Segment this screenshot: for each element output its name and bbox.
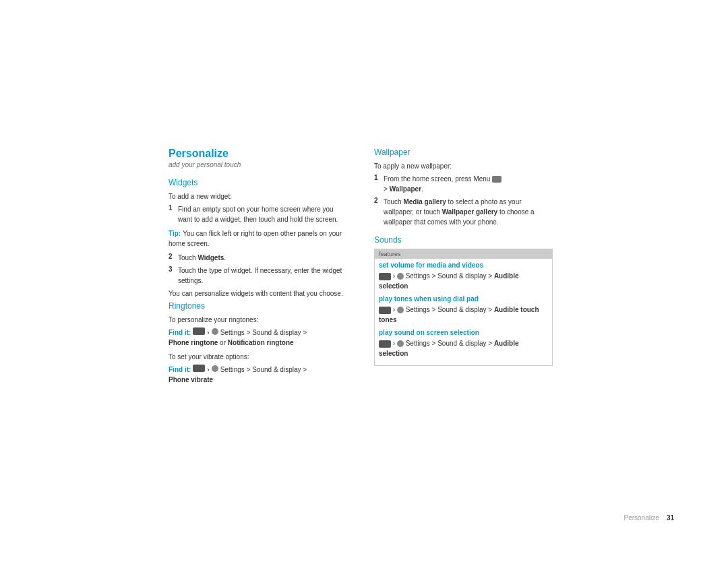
sounds-instruction-3: › Settings > Sound & display > Audible s… <box>379 338 548 358</box>
vibrate-option: Phone vibrate <box>169 375 347 385</box>
footer-page: 31 <box>667 514 674 522</box>
phone-icon-sounds-2 <box>379 307 391 314</box>
gear-icon-sounds-1 <box>397 273 404 280</box>
menu-icon <box>492 176 502 183</box>
step-number-1: 1 <box>169 204 175 224</box>
section-ringtones: Ringtones To personalize your ringtones:… <box>169 301 347 385</box>
ringtones-title: Ringtones <box>169 301 347 311</box>
sounds-item-2: play tones when using dial pad › Setting… <box>379 295 548 325</box>
page-subtitle: add your personal touch <box>169 161 347 168</box>
gear-icon-sounds-3 <box>397 340 404 347</box>
arrow-1: › <box>207 329 209 336</box>
widgets-step-1: 1 Find an empty spot on your home screen… <box>169 204 347 224</box>
settings-path-ringtone: Settings > Sound & display > <box>220 329 307 336</box>
section-sounds: Sounds features set volume for media and… <box>374 235 553 366</box>
gear-icon-ringtone <box>212 328 218 335</box>
left-column: Personalize add your personal touch Widg… <box>169 148 347 387</box>
section-widgets: Widgets To add a new widget: 1 Find an e… <box>169 178 347 299</box>
sounds-content: set volume for media and videos › Settin… <box>375 259 552 365</box>
phone-icon-vibrate <box>193 365 205 372</box>
ringtone-options: Phone ringtone or Notification ringtone <box>169 338 347 348</box>
step-text-1: Find an empty spot on your home screen w… <box>178 204 347 224</box>
sounds-instruction-1: › Settings > Sound & display > Audible s… <box>379 271 548 291</box>
page-container: Personalize add your personal touch Widg… <box>0 0 728 562</box>
wp-step-text-2: Touch Media gallery to select a photo as… <box>384 197 553 227</box>
find-it-label: Find it: <box>169 329 191 336</box>
widgets-title: Widgets <box>169 178 347 187</box>
sounds-link-3: play sound on screen selection <box>379 329 548 336</box>
phone-icon-ringtone <box>193 327 205 335</box>
sounds-link-2: play tones when using dial pad <box>379 295 548 303</box>
ringtones-intro: To personalize your ringtones: <box>169 315 347 325</box>
section-wallpaper: Wallpaper To apply a new wallpaper: 1 Fr… <box>374 148 553 227</box>
find-it-vibrate-label: Find it: <box>169 366 191 373</box>
find-it-vibrate: Find it: › Settings > Sound & display > <box>169 365 347 373</box>
right-column: Wallpaper To apply a new wallpaper: 1 Fr… <box>374 148 553 387</box>
sounds-tab: features <box>375 249 552 259</box>
vibrate-intro: To set your vibrate options: <box>169 352 347 362</box>
wallpaper-intro: To apply a new wallpaper: <box>374 161 553 171</box>
widgets-step-2: 2 Touch Widgets. <box>169 253 347 263</box>
content-area: Personalize add your personal touch Widg… <box>169 148 559 387</box>
widgets-intro: To add a new widget: <box>169 191 347 201</box>
sounds-instruction-2: › Settings > Sound & display > Audible t… <box>379 305 548 325</box>
sounds-title: Sounds <box>374 235 553 245</box>
footer: Personalize 31 <box>624 514 674 522</box>
wp-step-text-1: From the home screen, press Menu > Wallp… <box>384 174 502 194</box>
gear-icon-vibrate <box>212 365 218 372</box>
wallpaper-step-1: 1 From the home screen, press Menu > Wal… <box>374 174 553 194</box>
wp-step-number-1: 1 <box>374 174 381 194</box>
tip-label: Tip: <box>169 230 181 237</box>
phone-icon-sounds-3 <box>379 340 391 348</box>
tip-box: Tip: You can flick left or right to open… <box>169 228 347 249</box>
footer-label: Personalize <box>624 514 659 522</box>
gear-icon-sounds-2 <box>397 307 404 313</box>
sounds-item-1: set volume for media and videos › Settin… <box>379 261 548 291</box>
widgets-step-3: 3 Touch the type of widget. If necessary… <box>169 266 347 286</box>
settings-path-vibrate: Settings > Sound & display > <box>220 366 307 373</box>
wallpaper-title: Wallpaper <box>374 148 553 157</box>
page-title: Personalize <box>169 148 347 160</box>
tip-text: You can flick left or right to open othe… <box>169 230 342 247</box>
arrow-2: › <box>207 366 209 373</box>
find-it-ringtone: Find it: › Settings > Sound & display > <box>169 327 347 336</box>
sounds-link-1: set volume for media and videos <box>379 261 548 269</box>
step-text-3: Touch the type of widget. If necessary, … <box>178 266 347 286</box>
sounds-item-3: play sound on screen selection › Setting… <box>379 329 548 358</box>
wp-step-number-2: 2 <box>374 197 381 227</box>
step-number-3: 3 <box>169 266 175 286</box>
step-text-2: Touch Widgets. <box>178 253 226 263</box>
widgets-outro: You can personalize widgets with content… <box>169 288 347 299</box>
sounds-box: features set volume for media and videos… <box>374 249 553 366</box>
wallpaper-step-2: 2 Touch Media gallery to select a photo … <box>374 197 553 227</box>
phone-icon-sounds-1 <box>379 273 391 280</box>
step-number-2: 2 <box>169 253 175 263</box>
